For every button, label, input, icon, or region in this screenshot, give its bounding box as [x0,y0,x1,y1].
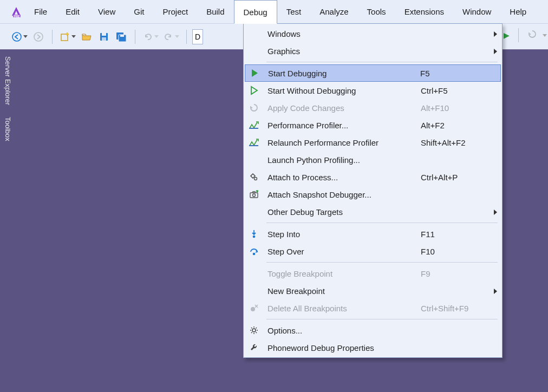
menu-cmd-label: Phoneword Debug Properties [263,343,421,352]
toolbar-separator [518,28,519,42]
save-button[interactable] [96,29,112,45]
undo-button[interactable] [141,29,160,45]
svg-rect-12 [249,128,258,129]
menu-cmd-options[interactable]: Options... [245,322,501,339]
menu-item-test[interactable]: Test [277,0,311,23]
menu-cmd-step-over[interactable]: Step OverF10 [245,243,501,260]
menu-cmd-label: Step Into [263,230,421,239]
menu-cmd-performance-profiler[interactable]: Performance Profiler...Alt+F2 [245,116,501,134]
menu-cmd-attach-snapshot-debugger[interactable]: Attach Snapshot Debugger... [245,186,501,203]
menu-cmd-launch-python-profiling[interactable]: Launch Python Profiling... [245,151,501,168]
menu-item-project[interactable]: Project [153,0,197,23]
menu-cmd-shortcut: F9 [421,269,490,278]
svg-rect-4 [61,34,68,41]
step-into-icon [245,229,263,239]
menu-cmd-start-without-debugging[interactable]: Start Without DebuggingCtrl+F5 [245,82,501,99]
menu-cmd-label: Apply Code Changes [263,103,421,113]
config-combo-text: D [195,32,200,41]
menu-item-view[interactable]: View [89,0,125,23]
menu-cmd-shortcut: F11 [421,230,490,239]
svg-point-17 [253,194,256,197]
perf-icon [245,138,263,147]
vs-logo: PRE [9,0,25,23]
menu-cmd-other-debug-targets[interactable]: Other Debug Targets [245,203,501,220]
menu-cmd-attach-to-process[interactable]: Attach to Process...Ctrl+Alt+P [245,168,501,186]
menu-cmd-label: Start Without Debugging [263,86,421,95]
svg-point-15 [255,178,257,180]
menu-cmd-new-breakpoint[interactable]: New Breakpoint [245,282,501,299]
menu-item-tools[interactable]: Tools [358,0,395,23]
svg-text:PRE: PRE [14,15,20,18]
camera-icon [245,190,263,199]
menu-cmd-graphics[interactable]: Graphics [245,42,501,60]
menu-cmd-apply-code-changes: Apply Code ChangesAlt+F10 [245,99,501,116]
svg-rect-7 [102,33,106,36]
menu-separator [266,319,498,319]
open-file-button[interactable] [79,29,95,45]
menu-cmd-label: Launch Python Profiling... [263,155,421,165]
play-green-icon [245,68,264,78]
menu-item-file[interactable]: File [25,0,56,23]
menu-cmd-shortcut: Shift+Alt+F2 [421,138,490,147]
gear-icon [245,325,263,335]
menu-item-git[interactable]: Git [125,0,153,23]
play-icon[interactable]: ▶ [504,31,510,40]
svg-rect-11 [120,35,124,37]
menu-separator [266,62,498,62]
menu-cmd-label: Step Over [263,247,421,256]
submenu-arrow-icon [490,286,501,296]
menu-cmd-label: Performance Profiler... [263,121,421,130]
menu-cmd-shortcut: F10 [421,247,490,256]
menu-item-debug[interactable]: Debug [234,0,277,24]
menu-cmd-phoneword-debug-properties[interactable]: Phoneword Debug Properties [245,339,501,356]
menu-item-help[interactable]: Help [500,0,536,23]
play-outline-icon [245,86,263,95]
menu-cmd-shortcut: Alt+F10 [421,103,490,113]
menu-cmd-label: New Breakpoint [263,286,421,296]
svg-point-18 [253,236,256,238]
menu-cmd-shortcut: Alt+F2 [421,121,490,130]
svg-point-20 [251,307,255,311]
svg-point-19 [253,253,256,256]
config-combo[interactable]: D [192,29,203,44]
menu-cmd-label: Delete All Breakpoints [263,304,421,313]
menu-cmd-windows[interactable]: Windows [245,25,501,42]
svg-rect-8 [102,37,106,41]
menu-item-analyze[interactable]: Analyze [310,0,357,23]
menu-cmd-step-into[interactable]: Step IntoF11 [245,225,501,243]
submenu-arrow-icon [490,207,501,217]
new-item-button[interactable] [58,29,77,45]
dropdown-arrow-icon [543,34,547,37]
svg-point-21 [252,329,256,332]
submenu-arrow-icon [490,47,501,56]
menu-separator [266,223,498,223]
menu-bar: PRE FileEditViewGitProjectBuildDebugTest… [0,0,548,24]
menu-cmd-shortcut: Ctrl+Shift+F9 [421,304,490,313]
step-over-icon [245,246,263,256]
menu-item-extensions[interactable]: Extensions [395,0,453,23]
menu-cmd-label: Relaunch Performance Profiler [263,138,421,147]
debug-menu-dropdown: WindowsGraphicsStart DebuggingF5Start Wi… [243,23,503,358]
save-all-button[interactable] [113,29,129,45]
nav-forward-button[interactable] [30,29,47,45]
menu-cmd-shortcut: Ctrl+F5 [421,86,490,95]
svg-rect-13 [249,145,258,146]
menu-item-window[interactable]: Window [453,0,500,23]
menu-cmd-relaunch-performance-profiler[interactable]: Relaunch Performance ProfilerShift+Alt+F… [245,134,501,151]
side-tab-toolbox[interactable]: Toolbox [0,113,14,146]
menu-cmd-label: Start Debugging [264,69,420,78]
submenu-arrow-icon [490,29,501,38]
redo-button[interactable] [161,29,181,45]
toolbar-right-fragment: ▶ [504,28,548,42]
nav-back-button[interactable] [10,29,29,45]
menu-cmd-label: Toggle Breakpoint [263,269,421,278]
menu-cmd-label: Attach Snapshot Debugger... [263,190,421,199]
menu-item-build[interactable]: Build [197,0,233,23]
side-tab-server-explorer[interactable]: Server Explorer [0,52,14,109]
menu-cmd-label: Windows [263,29,421,38]
swirl-icon[interactable] [527,29,537,41]
menu-cmd-start-debugging[interactable]: Start DebuggingF5 [245,64,501,82]
menu-cmd-delete-all-breakpoints: Delete All BreakpointsCtrl+Shift+F9 [245,299,501,317]
menu-item-edit[interactable]: Edit [56,0,89,23]
menu-cmd-shortcut: F5 [420,69,490,78]
